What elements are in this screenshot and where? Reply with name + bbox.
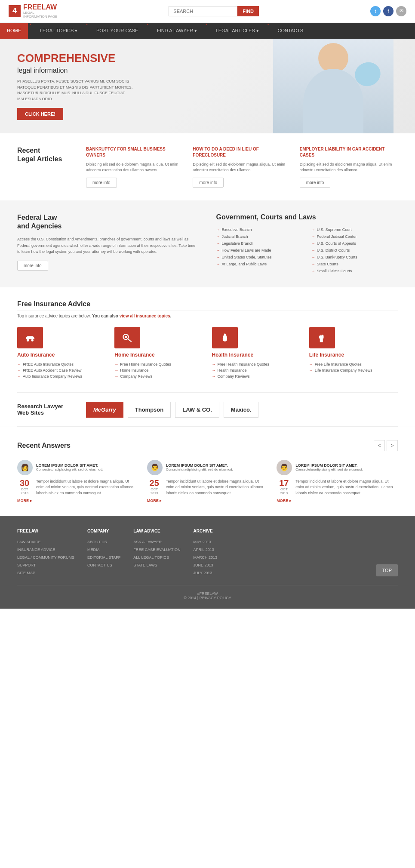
footer-link[interactable]: MAY 2013 bbox=[194, 540, 211, 544]
list-item[interactable]: FREE Auto Accident Case Review bbox=[17, 367, 106, 373]
hero-body: PHASELLUS PORTA. FUSCE SUSCT VARIUS MI. … bbox=[17, 79, 146, 102]
answer-more-2[interactable]: MORE ▸ bbox=[277, 499, 398, 503]
insurance-title: Free Insurance Advice bbox=[17, 300, 398, 311]
footer-link[interactable]: ASK A LAWYER bbox=[133, 540, 162, 544]
footer-link[interactable]: INSURANCE ADVICE bbox=[17, 548, 55, 552]
list-item[interactable]: Executive Branch bbox=[216, 226, 303, 233]
list-item[interactable]: Company Reviews bbox=[114, 373, 203, 379]
footer-list-2: ASK A LAWYER FREE CASE EVALUATION ALL LE… bbox=[133, 538, 180, 569]
nav-legal-topics[interactable]: LEGAL TOPICS ▾ bbox=[33, 23, 85, 39]
article-more-0[interactable]: more info bbox=[86, 178, 117, 188]
footer-link[interactable]: LEGAL / COMMUNITY FORUMS bbox=[17, 555, 74, 560]
federal-more-button[interactable]: more info bbox=[17, 261, 48, 271]
article-card-0: BANKRUPTCY FOR SMALL BUSINESS OWNERS Dip… bbox=[86, 146, 184, 188]
answer-person-0: 👩 LOREM IPSUM DOLOR SIT AMET. Consectetu… bbox=[17, 460, 138, 475]
footer-link[interactable]: JULY 2013 bbox=[194, 571, 212, 575]
footer-col-title-3: ARCHIVE bbox=[194, 529, 218, 533]
search-input[interactable] bbox=[169, 6, 237, 16]
list-item[interactable]: At Large, and Public Laws bbox=[216, 261, 303, 268]
footer-link[interactable]: MARCH 2013 bbox=[194, 555, 218, 560]
footer-link[interactable]: SITE MAP bbox=[17, 571, 35, 575]
footer-link[interactable]: STATE LAWS bbox=[133, 563, 157, 567]
main-nav: HOME ● LEGAL TOPICS ▾ ● POST YOUR CASE ●… bbox=[0, 23, 415, 39]
list-item[interactable]: Free Life Insurance Quotes bbox=[309, 361, 398, 367]
lawyer-sites-section: Research LawyerWeb Sites McGarry Thompso… bbox=[0, 393, 415, 426]
footer-col-title-1: COMPANY bbox=[87, 529, 120, 533]
list-item[interactable]: U.S. Courts of Appeals bbox=[311, 240, 398, 247]
footer-list-item: LAW ADVICE bbox=[17, 538, 74, 545]
footer-link[interactable]: MEDIA bbox=[87, 548, 100, 552]
list-item[interactable]: Small Claims Courts bbox=[311, 268, 398, 274]
list-item[interactable]: Life Insurance Company Reviews bbox=[309, 367, 398, 373]
answer-name-2: LOREM IPSUM DOLOR SIT AMET. bbox=[295, 463, 363, 468]
list-item[interactable]: Auto Insurance Company Reviews bbox=[17, 373, 106, 379]
twitter-icon[interactable]: t bbox=[370, 6, 381, 16]
federal-left: Federal Lawand Agencies Access the U.S. … bbox=[17, 213, 199, 274]
answer-card-2: 👨 LOREM IPSUM DOLOR SIT AMET. Consectetu… bbox=[277, 460, 398, 503]
facebook-icon[interactable]: f bbox=[383, 6, 393, 16]
answers-prev-button[interactable]: < bbox=[374, 440, 385, 451]
lawyer-logo-mcgarry[interactable]: McGarry bbox=[86, 402, 123, 418]
lawyer-logo-thompson[interactable]: Thompson bbox=[128, 402, 171, 418]
footer-link[interactable]: EDITORIAL STAFF bbox=[87, 555, 120, 560]
list-item[interactable]: How Federal Laws are Made bbox=[216, 247, 303, 254]
footer-col-lawadvice: LAW ADVICE ASK A LAWYER FREE CASE EVALUA… bbox=[133, 529, 180, 576]
answer-more-0[interactable]: MORE ▸ bbox=[17, 499, 138, 503]
list-item[interactable]: U.S. District Courts bbox=[311, 247, 398, 254]
list-item[interactable]: FREE Auto Insurance Quotes bbox=[17, 361, 106, 367]
logo-number: 4 bbox=[9, 5, 21, 17]
hero-section: COMPREHENSIVE legal information PHASELLU… bbox=[0, 39, 415, 133]
nav-contacts[interactable]: CONTACTS bbox=[271, 23, 310, 39]
search-form: FIND bbox=[169, 6, 259, 16]
list-item[interactable]: Free Home Insurance Quotes bbox=[114, 361, 203, 367]
lawyer-logo-maxico[interactable]: Maxico. bbox=[224, 402, 259, 418]
social-icons: t f ✉ bbox=[370, 6, 406, 16]
email-icon[interactable]: ✉ bbox=[396, 6, 406, 16]
footer-link[interactable]: FREE CASE EVALUATION bbox=[133, 548, 180, 552]
insurance-card-auto: Auto Insurance FREE Auto Insurance Quote… bbox=[17, 327, 106, 379]
list-item[interactable]: U.S. Bankruptcy Courts bbox=[311, 254, 398, 261]
list-item[interactable]: Legislative Branch bbox=[216, 240, 303, 247]
list-item[interactable]: United States Code, Statutes bbox=[216, 254, 303, 261]
footer-link[interactable]: LAW ADVICE bbox=[17, 540, 41, 544]
avatar-2: 👨 bbox=[277, 460, 292, 475]
article-card-1: HOW TO DO A DEED IN LIEU OF FORECLOSURE … bbox=[193, 146, 291, 188]
back-to-top-button[interactable]: TOP bbox=[376, 564, 398, 576]
logo[interactable]: 4 FREELAW LEGALINFORMATION PAGE bbox=[9, 3, 57, 19]
footer-list-item: ASK A LAWYER bbox=[133, 538, 180, 545]
footer-link[interactable]: ALL LEGAL TOPICS bbox=[133, 555, 169, 560]
nav-find-lawyer[interactable]: FIND A LAWYER ▾ bbox=[150, 23, 204, 39]
list-item[interactable]: Company Reviews bbox=[212, 373, 301, 379]
answer-more-1[interactable]: MORE ▸ bbox=[147, 499, 268, 503]
auto-insurance-icon bbox=[17, 327, 43, 348]
answers-next-button[interactable]: > bbox=[387, 440, 398, 451]
list-item[interactable]: Judicial Branch bbox=[216, 233, 303, 240]
list-item[interactable]: Free Health Insurance Quotes bbox=[212, 361, 301, 367]
list-item[interactable]: State Courts bbox=[311, 261, 398, 268]
home-insurance-title: Home Insurance bbox=[114, 352, 203, 358]
article-more-1[interactable]: more info bbox=[193, 178, 224, 188]
lawyer-logo-lawco[interactable]: LAW & CO. bbox=[175, 402, 219, 418]
answer-name-0: LOREM IPSUM DOLOR SIT AMET. bbox=[36, 463, 103, 468]
hero-cta-button[interactable]: CLICK HERE! bbox=[17, 108, 63, 120]
answer-date-row-1: 25 OCT 2013 Tempor incididunt ut labore … bbox=[147, 479, 268, 496]
list-item[interactable]: Health Insurance bbox=[212, 367, 301, 373]
nav-legal-articles[interactable]: LEGAL ARTICLES ▾ bbox=[209, 23, 266, 39]
article-title-2: EMPLOYER LIABILITY IN CAR ACCIDENT CASES bbox=[300, 146, 398, 158]
list-item[interactable]: Home Insurance bbox=[114, 367, 203, 373]
footer-link[interactable]: JUNE 2013 bbox=[194, 563, 213, 567]
search-button[interactable]: FIND bbox=[237, 6, 259, 16]
footer-link[interactable]: CONTACT US bbox=[87, 563, 112, 567]
article-more-2[interactable]: more info bbox=[300, 178, 331, 188]
nav-home[interactable]: HOME bbox=[0, 23, 28, 39]
nav-post-case[interactable]: POST YOUR CASE bbox=[89, 23, 145, 39]
article-title-0: BANKRUPTCY FOR SMALL BUSINESS OWNERS bbox=[86, 146, 184, 158]
footer-link[interactable]: APRIL 2013 bbox=[194, 548, 214, 552]
footer-link[interactable]: ABOUT US bbox=[87, 540, 107, 544]
insurance-link[interactable]: view all insurance topics bbox=[120, 314, 170, 318]
list-item[interactable]: U.S. Supreme Court bbox=[311, 226, 398, 233]
courts-col-right: U.S. Supreme Court Federal Judicial Cent… bbox=[311, 226, 398, 274]
list-item[interactable]: Federal Judicial Center bbox=[311, 233, 398, 240]
footer-link[interactable]: SUPPORT bbox=[17, 563, 36, 567]
answers-navigation: < > bbox=[374, 440, 398, 451]
